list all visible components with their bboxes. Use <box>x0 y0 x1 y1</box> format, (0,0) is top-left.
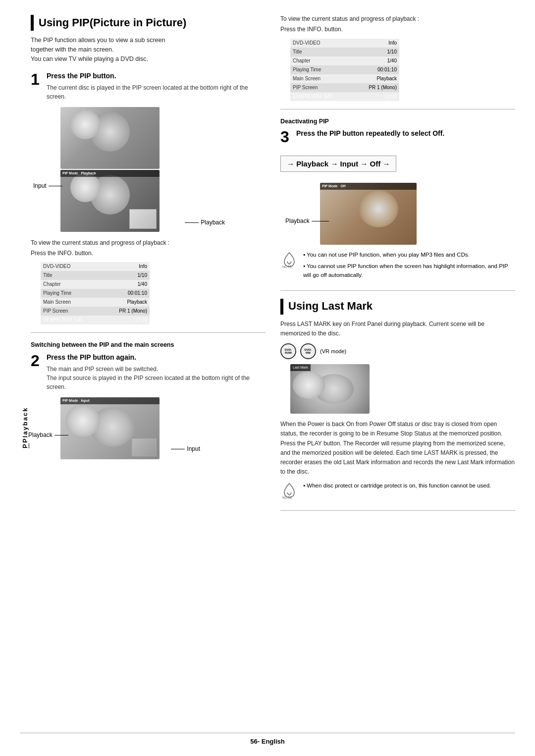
step2-input-label: Input <box>171 445 200 453</box>
divider-r1 <box>280 109 515 109</box>
info-table-1-header-dvd: DVD-VIDEO <box>41 262 104 271</box>
step2-inner: Press the PIP button again. The main and… <box>47 353 266 391</box>
step1-image-area: PIP Mode Playback Input Playback <box>60 107 189 232</box>
step2-title: Press the PIP button again. <box>47 353 266 363</box>
dvd-rw-icon: DVD-RW <box>300 343 316 359</box>
pip-small-inset-1 <box>129 209 157 229</box>
note-svg-1: NOTE <box>280 251 298 269</box>
to-view-text-r: To view the current status and progress … <box>280 15 515 23</box>
sidebar-playback-label: PPlayback <box>20 378 31 477</box>
pip-mode-bar-3: PIP Mode Off <box>320 183 417 190</box>
right-column: To view the current status and progress … <box>280 15 515 741</box>
step2-image-area: PIP Mode Input Playback Input <box>60 397 174 459</box>
step3-screen: PIP Mode Off <box>320 183 417 245</box>
svg-text:NOTE: NOTE <box>282 265 292 269</box>
dvd-ram-icon: DVD-RAM <box>280 343 296 359</box>
playback-line <box>185 222 199 223</box>
step2-wrapper: 2 Press the PIP button again. The main a… <box>31 353 266 391</box>
note-box-2: NOTE When disc protect or cartridge prot… <box>280 482 515 502</box>
step1-desc: The current disc is played in the PIP sc… <box>47 83 266 101</box>
press-info-1: Press the INFO. button. <box>31 249 266 258</box>
step1-bottom-screen: PIP Mode Playback <box>60 170 160 232</box>
pip-small-inset-2 <box>132 438 157 456</box>
main-content: Using PIP(Picture in Picture) The PIP fu… <box>31 15 515 741</box>
info-table-2-header-info: Info <box>353 39 399 48</box>
step3-image-area: PIP Mode Off Playback <box>320 183 429 245</box>
note-svg-2: NOTE <box>280 482 298 499</box>
info-table-1-header-info: Info <box>104 262 150 271</box>
pip-mode-playback-1: Playback <box>81 171 96 176</box>
step1-playback-label: Playback <box>185 218 225 227</box>
left-column: Using PIP(Picture in Picture) The PIP fu… <box>31 15 266 741</box>
step3-title: Press the PIP button repeatedly to selec… <box>296 129 515 139</box>
note-text-2: When disc protect or cartridge protect i… <box>303 482 491 493</box>
last-mark-bar-decoration <box>280 299 283 315</box>
info-table-1: DVD-VIDEO Info Title1/10 Chapter1/40 Pla… <box>41 262 150 324</box>
page-container: PPlayback Using PIP(Picture in Picture) … <box>0 0 535 756</box>
step2-desc2: The input source is played in the PIP sc… <box>47 374 266 391</box>
pip-mode-text-1: PIP Mode <box>62 171 78 176</box>
note-icon-1: NOTE <box>280 251 298 271</box>
pip-flow-indicator: → Playback → Input → Off → <box>280 156 396 172</box>
last-mark-intro: Press LAST MARK key on Front Panel durin… <box>280 320 515 338</box>
playback-line-3 <box>312 221 329 221</box>
last-mark-body: When the Power is back On from Power Off… <box>280 420 515 477</box>
last-mark-screen: Last Mark <box>290 364 370 414</box>
step1-title: Press the PIP button. <box>47 71 266 81</box>
to-view-text-1: To view the current status and progress … <box>31 239 266 247</box>
last-mark-heading: Using Last Mark <box>288 299 373 314</box>
svg-text:NOTE: NOTE <box>282 496 292 499</box>
pip-mode-bar-2: PIP Mode Input <box>60 397 160 404</box>
pip-section-heading: Using PIP(Picture in Picture) <box>31 15 266 31</box>
info-table-2-header-dvd: DVD-VIDEO <box>290 39 353 48</box>
input-line <box>49 186 62 186</box>
page-footer: 56- English <box>20 733 515 746</box>
step1-wrapper: 1 Press the PIP button. The current disc… <box>31 71 266 101</box>
last-mark-section: Using Last Mark Press LAST MARK key on F… <box>280 299 515 511</box>
divider-r3 <box>280 510 515 511</box>
last-mark-top-bar: Last Mark <box>290 364 311 371</box>
note-icon-2: NOTE <box>280 482 298 502</box>
playback-line-2 <box>54 435 68 435</box>
deactivating-pip-label: Deactivating PIP <box>280 117 515 126</box>
last-mark-screen-container: Last Mark <box>290 364 515 414</box>
step2-screen: PIP Mode Input <box>60 397 160 459</box>
press-info-r: Press the INFO. button. <box>280 25 515 34</box>
pip-mode-bar-1: PIP Mode Playback <box>60 170 160 177</box>
step2-playback-label: Playback <box>28 431 68 439</box>
footer-text: 56- English <box>250 737 284 746</box>
note-p-3: When disc protect or cartridge protect i… <box>303 482 491 490</box>
heading-bar <box>31 15 34 31</box>
note-text-1: You can not use PIP function, when you p… <box>303 251 515 282</box>
pip-mode-text-3: PIP Mode <box>322 184 337 189</box>
step1-inner: Press the PIP button. The current disc i… <box>47 71 266 101</box>
switching-subtitle: Switching between the PIP and the main s… <box>31 341 266 350</box>
sidebar-p-letter: P <box>21 443 30 448</box>
note-p-1: You can not use PIP function, when you p… <box>303 251 515 259</box>
last-mark-heading-wrapper: Using Last Mark <box>280 299 515 315</box>
step3-playback-label: Playback <box>285 217 329 225</box>
note-box-1: NOTE You can not use PIP function, when … <box>280 251 515 282</box>
info-table-2: DVD-VIDEO Info Title1/10 Chapter1/40 Pla… <box>290 39 399 101</box>
vr-mode-label: (VR mode) <box>320 348 346 355</box>
step2-number: 2 <box>31 353 43 369</box>
pip-mode-input-2: Input <box>81 398 89 403</box>
dvd-icons-row: DVD-RAM DVD-RW (VR mode) <box>280 343 515 359</box>
pip-intro: The PIP function allows you to view a su… <box>31 36 266 63</box>
note-p-2: You cannot use PIP function when the scr… <box>303 262 515 279</box>
step3-inner: Press the PIP button repeatedly to selec… <box>296 129 515 141</box>
step3-number: 3 <box>280 129 292 145</box>
step1-top-screen <box>60 107 160 169</box>
step1-number: 1 <box>31 71 43 87</box>
divider-1 <box>31 332 266 333</box>
divider-r2 <box>280 290 515 291</box>
step3-wrapper: 3 Press the PIP button repeatedly to sel… <box>280 129 515 145</box>
step2-desc1: The main and PIP screen will be switched… <box>47 365 266 374</box>
input-line-2 <box>171 449 185 449</box>
pip-mode-off-3: Off <box>340 184 345 189</box>
pip-heading: Using PIP(Picture in Picture) <box>39 15 186 31</box>
step1-input-label: Input <box>33 182 62 190</box>
pip-mode-text-2: PIP Mode <box>62 398 78 403</box>
